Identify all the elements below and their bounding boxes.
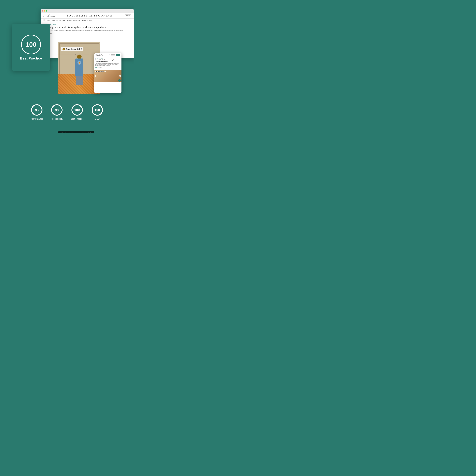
article-content: NEWS | APRIL 5, 2024 Local high school s… xyxy=(41,22,134,36)
maximize-icon[interactable] xyxy=(46,10,47,12)
newspaper-date-weather: Sunday, April 7 57°F / Cape Girardeau xyxy=(43,14,55,17)
score-value-3: 100 xyxy=(91,104,103,116)
newspaper-weather: 57°F / Cape Girardeau xyxy=(43,16,55,17)
close-icon[interactable] xyxy=(42,10,43,12)
mobile-author-avatar xyxy=(95,67,97,68)
student-body: 🐯 xyxy=(75,58,84,76)
score-label-3: SEO xyxy=(95,118,100,120)
nav-item-latest[interactable]: Latest xyxy=(47,20,50,21)
best-practice-label: Best Practice xyxy=(20,56,42,60)
mobile-article-image: Cape Central High School 🦅 ‹ › Amanda Ke… xyxy=(94,70,121,82)
score-item-accessibility: 98 Accessibility xyxy=(51,104,63,120)
article-subheadline: Three students in the Southeast Missouri… xyxy=(43,30,131,31)
mobile-image-caption: Amanda Kennedy xyxy=(94,81,121,82)
nav-item-sports[interactable]: Sports xyxy=(62,20,65,21)
student-figure: 🐯 xyxy=(73,54,85,87)
minimize-icon[interactable] xyxy=(44,10,45,12)
score-value-1: 98 xyxy=(51,104,63,116)
student-head xyxy=(77,54,82,59)
mobile-nav-buttons: 🔍 Account Subscribe xyxy=(109,54,120,56)
score-metrics-row: 98 Performance 98 Accessibility xyxy=(0,104,134,120)
mobile-author: J.C. Reeves xyxy=(95,67,120,68)
score-value-0: 98 xyxy=(31,104,43,116)
mobile-header: ☰ SOUTHEAST MISSOURIAN 🔍 Account Subscri… xyxy=(94,53,121,57)
score-item-best-practice: 100 Best Practice xyxy=(70,104,84,120)
score-ring-2: 100 xyxy=(71,104,83,116)
newspaper-logo-title: SOUTHEAST MISSOURIAN xyxy=(67,14,113,17)
nav-item-business[interactable]: Business xyxy=(56,20,61,21)
url-bar: https://site_fe9b8181-bb99-477f-99ab-583… xyxy=(58,131,94,133)
hamburger-icon[interactable]: ☰ xyxy=(43,19,45,21)
search-icon[interactable]: 🔍 xyxy=(109,54,110,56)
score-ring-0: 98 xyxy=(31,104,43,116)
newspaper-navigation: ☰ Latest News Business Sports Obituaries… xyxy=(41,18,134,22)
best-practice-score-circle: 100 xyxy=(21,34,41,54)
mobile-account-button[interactable]: Account xyxy=(111,54,115,56)
score-item-seo: 100 SEO xyxy=(91,104,103,120)
nav-item-news[interactable]: News xyxy=(52,20,55,21)
score-ring-3: 100 xyxy=(91,104,103,116)
nav-item-entertainment[interactable]: Entertainment xyxy=(73,20,80,21)
article-tag: NEWS | APRIL 5, 2024 xyxy=(43,24,131,25)
account-button[interactable]: Account xyxy=(125,15,131,17)
student-legs xyxy=(76,76,83,85)
browser-toolbar xyxy=(41,9,134,13)
school-name: Cape Central High S xyxy=(66,48,82,50)
nav-item-obituaries[interactable]: Obituaries xyxy=(67,20,72,21)
mobile-next-arrow[interactable]: › xyxy=(119,75,121,77)
nav-item-opinion[interactable]: Opinion xyxy=(82,20,86,21)
nav-item-eedition[interactable]: e-Edition xyxy=(87,20,92,21)
best-practice-score-card: 100 Best Practice xyxy=(12,24,50,71)
hamburger-mobile-icon[interactable]: ☰ xyxy=(95,54,96,56)
mobile-article-tag: NEWS | APRIL 5, 2024 xyxy=(95,58,120,59)
mobile-article-subhead: Three students in the Southeast Missouri… xyxy=(95,63,120,66)
best-practice-score-value: 100 xyxy=(26,41,36,48)
newspaper-date: Sunday, April 7 xyxy=(43,14,55,16)
mobile-newspaper-logo: SOUTHEAST MISSOURIAN xyxy=(96,54,109,56)
mobile-prev-arrow[interactable]: ‹ xyxy=(95,75,96,77)
mobile-subscribe-button[interactable]: Subscribe xyxy=(116,54,120,56)
article-headline: Local high school students recognized as… xyxy=(43,26,131,29)
score-label-2: Best Practice xyxy=(70,118,84,120)
browser-mobile-mockup: ☰ SOUTHEAST MISSOURIAN 🔍 Account Subscri… xyxy=(94,53,121,93)
score-value-2: 100 xyxy=(71,104,83,116)
mobile-article-content: NEWS | APRIL 5, 2024 Local high school s… xyxy=(94,57,121,69)
mobile-author-name: J.C. Reeves xyxy=(97,67,102,68)
newspaper-header: Sunday, April 7 57°F / Cape Girardeau SO… xyxy=(41,13,134,18)
school-logo: 🦅 xyxy=(63,48,65,51)
shirt-graphic: 🐯 xyxy=(77,61,81,65)
score-label-1: Accessibility xyxy=(51,118,63,120)
article-author: JR J.C. Reeves xyxy=(43,32,131,34)
school-photo-area: 🦅 Cape Central High S Our Mission: to ed… xyxy=(58,42,101,94)
score-item-performance: 98 Performance xyxy=(30,104,43,120)
score-ring-1: 98 xyxy=(51,104,63,116)
mobile-article-headline: Local high school students recognized as… xyxy=(95,59,120,62)
school-banner: 🦅 Cape Central High S xyxy=(61,47,84,51)
mobile-school-banner-text: Cape Central High School 🦅 xyxy=(95,71,106,72)
score-label-0: Performance xyxy=(30,118,43,120)
